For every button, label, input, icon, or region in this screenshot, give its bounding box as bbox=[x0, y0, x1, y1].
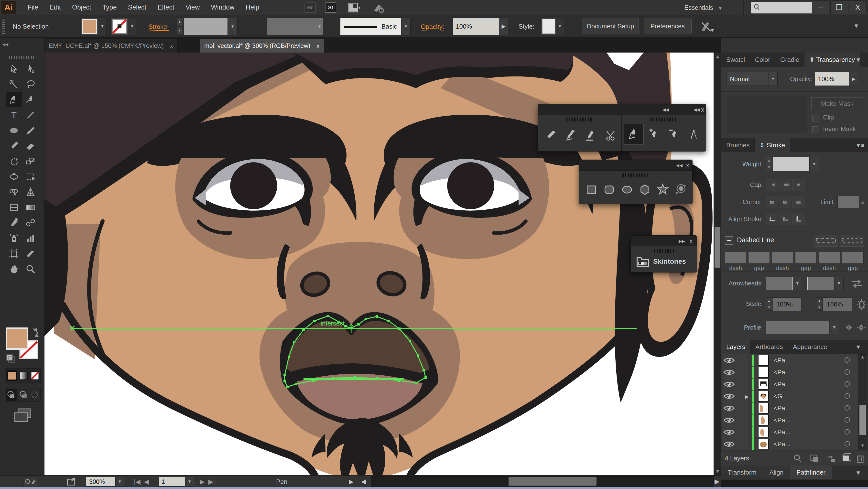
tool-ellipse[interactable] bbox=[6, 123, 22, 138]
arrowhead-swap-icon[interactable] bbox=[851, 278, 863, 290]
layer-label[interactable]: <Pa... bbox=[774, 378, 790, 390]
clipping-mask-icon[interactable] bbox=[826, 454, 836, 465]
bridge-icon[interactable]: Br bbox=[305, 2, 316, 13]
dash-input-5[interactable] bbox=[842, 252, 864, 264]
skintones-folder-icon[interactable] bbox=[636, 255, 650, 269]
tool-pencil[interactable] bbox=[6, 138, 22, 153]
scale-x-stepper[interactable]: ▲▼ bbox=[766, 297, 772, 311]
screen-mode-button[interactable] bbox=[13, 407, 32, 423]
artboard-canvas[interactable]: intersect ◂◂ ◂◂ x ◂◂ x bbox=[44, 53, 714, 475]
tool-magic-wand[interactable] bbox=[6, 77, 22, 92]
artboard-dropdown-icon[interactable]: ▼ bbox=[185, 477, 194, 487]
layer-visibility-icon[interactable] bbox=[722, 402, 736, 414]
menu-select[interactable]: Select bbox=[128, 0, 146, 15]
layer-label[interactable]: <G... bbox=[774, 390, 787, 402]
draw-inside-button[interactable] bbox=[29, 389, 40, 401]
tool-symbol-sprayer[interactable] bbox=[6, 231, 22, 246]
blend-mode-dropdown[interactable]: Normal ▼ bbox=[726, 72, 778, 86]
scroll-down-icon[interactable]: ▼ bbox=[714, 468, 722, 474]
align-stroke-button-0[interactable] bbox=[766, 213, 778, 225]
tab-close-icon[interactable]: x bbox=[170, 42, 173, 49]
restore-button[interactable]: ❐ bbox=[830, 0, 848, 14]
layer-label[interactable]: <Pa... bbox=[774, 414, 790, 426]
style-swatch[interactable]: ▼ bbox=[540, 18, 564, 35]
minimize-button[interactable]: – bbox=[812, 0, 829, 14]
tool-selection[interactable] bbox=[6, 61, 22, 77]
scale-y-stepper[interactable]: ▲▼ bbox=[816, 297, 823, 311]
document-tab-2[interactable]: moi_vector.ai* @ 300% (RGB/Preview)x bbox=[200, 39, 324, 53]
cap-button-0[interactable] bbox=[766, 179, 778, 191]
layer-thumbnail[interactable] bbox=[758, 379, 769, 390]
make-mask-button[interactable]: Make Mask bbox=[811, 97, 863, 110]
preferences-button[interactable]: Preferences bbox=[644, 18, 691, 34]
stroke-weight-value[interactable] bbox=[184, 18, 228, 35]
fp-flare-icon[interactable] bbox=[672, 180, 689, 200]
tool-shape-builder[interactable] bbox=[6, 184, 22, 200]
fp-rrect-icon[interactable] bbox=[600, 180, 618, 200]
dashed-line-checkbox[interactable] bbox=[725, 236, 733, 245]
close-button[interactable]: X bbox=[849, 0, 867, 14]
pen-panel-collapse-icon[interactable]: ◂◂ bbox=[693, 104, 700, 115]
brush-definition[interactable]: Basic bbox=[340, 18, 401, 35]
layer-visibility-icon[interactable] bbox=[722, 426, 736, 438]
layer-label[interactable]: <Pa... bbox=[774, 426, 790, 438]
align-stroke-button-2[interactable] bbox=[792, 213, 804, 225]
fp-convert-icon[interactable] bbox=[684, 124, 704, 145]
launch-icon[interactable] bbox=[371, 2, 385, 14]
tool-artboard[interactable] bbox=[6, 246, 22, 261]
tool-paintbrush[interactable] bbox=[23, 123, 39, 138]
opacity-input[interactable]: 100% bbox=[453, 18, 499, 35]
tab-swatcl[interactable]: Swatcl bbox=[721, 53, 750, 67]
bottom-tab-pathfinder[interactable]: Pathfinder bbox=[790, 465, 832, 479]
layer-thumbnail[interactable] bbox=[758, 367, 769, 377]
controlbar-menu-icon[interactable]: ▼≡ bbox=[853, 23, 863, 29]
layer-label[interactable]: <Pa... bbox=[774, 438, 790, 450]
arrowhead-end-dropdown[interactable] bbox=[807, 277, 834, 290]
profile-arrow[interactable]: ▼ bbox=[829, 320, 839, 334]
layer-target-icon[interactable] bbox=[844, 441, 850, 447]
tool-gradient[interactable] bbox=[23, 200, 39, 215]
menu-effect[interactable]: Effect bbox=[158, 0, 175, 15]
layer-visibility-icon[interactable] bbox=[722, 390, 736, 402]
pencil-panel-collapse-icon[interactable]: ◂◂ bbox=[662, 104, 669, 115]
fp-polygon-icon[interactable] bbox=[636, 180, 654, 200]
layer-expand-icon[interactable]: ▶ bbox=[745, 394, 748, 400]
zoom-dropdown-icon[interactable]: ▼ bbox=[115, 477, 124, 487]
menu-object[interactable]: Object bbox=[72, 0, 91, 15]
status-settings-icon[interactable] bbox=[24, 477, 37, 486]
menu-window[interactable]: Window bbox=[211, 0, 234, 15]
opacity-arrow[interactable]: ▶ bbox=[499, 18, 508, 35]
fp-star-icon[interactable] bbox=[654, 180, 672, 200]
document-tab-1[interactable]: EMY_UCHE.ai* @ 150% (CMYK/Preview)x bbox=[44, 39, 178, 53]
tool-eyedropper[interactable] bbox=[6, 215, 22, 231]
profile-dropdown[interactable] bbox=[766, 320, 829, 334]
align-glyphs-icon[interactable] bbox=[700, 20, 717, 34]
variable-width-dropdown[interactable]: ▼ bbox=[267, 18, 323, 35]
dash-input-2[interactable] bbox=[772, 252, 793, 264]
layer-row-6[interactable]: <Pa... bbox=[722, 414, 858, 426]
tool-scale[interactable] bbox=[23, 154, 39, 169]
tab-menu-icon[interactable]: ▼≡ bbox=[855, 344, 865, 350]
layer-row-8[interactable]: <Pa... bbox=[722, 438, 858, 450]
fp-oval-icon[interactable] bbox=[618, 180, 636, 200]
fp-path-eraser-icon[interactable] bbox=[580, 125, 600, 146]
scale-x-value[interactable]: 100% bbox=[773, 297, 802, 311]
tab-color[interactable]: Color bbox=[750, 53, 775, 67]
dash-input-0[interactable] bbox=[725, 252, 746, 264]
locate-object-icon[interactable] bbox=[793, 454, 803, 465]
layer-label[interactable]: <Pa... bbox=[774, 366, 790, 378]
layer-thumbnail[interactable] bbox=[758, 439, 769, 450]
layer-thumbnail[interactable] bbox=[758, 403, 769, 414]
layer-row-3[interactable]: <Pa... bbox=[722, 378, 858, 390]
tab-artboards[interactable]: Artboards bbox=[750, 340, 788, 354]
layer-thumbnail[interactable] bbox=[758, 391, 769, 401]
layer-row-2[interactable]: <Pa... bbox=[722, 366, 858, 378]
bottom-tab-transform[interactable]: Transform bbox=[721, 465, 763, 479]
layer-row-4[interactable]: ▶<G... bbox=[722, 390, 858, 402]
tool-line-segment[interactable] bbox=[23, 108, 39, 123]
document-setup-button[interactable]: Document Setup bbox=[582, 18, 639, 34]
fp-pen2-icon[interactable] bbox=[624, 124, 644, 145]
layer-thumbnail[interactable] bbox=[758, 415, 769, 425]
profile-flip-along-icon[interactable] bbox=[856, 322, 867, 334]
layer-target-icon[interactable] bbox=[844, 381, 850, 387]
